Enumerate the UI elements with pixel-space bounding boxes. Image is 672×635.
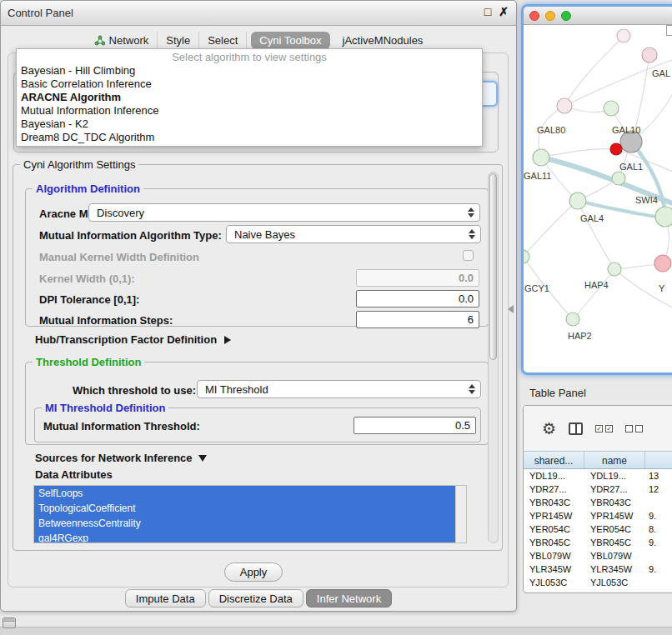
zoom-traffic-light[interactable] <box>561 11 571 21</box>
triangle-down-icon <box>198 455 207 462</box>
minimized-window-titlebar <box>3 618 15 622</box>
columns-icon[interactable] <box>569 422 583 435</box>
table-row[interactable]: YJL053C YJL053C <box>524 576 672 589</box>
network-node-gcy1[interactable] <box>524 250 529 263</box>
mi-type-select[interactable]: Naive Bayes <box>226 225 481 243</box>
table-row[interactable]: YBR045C YBR045C 9. <box>524 536 672 549</box>
cell-value: 9. <box>645 509 672 522</box>
select-all-columns-icon[interactable]: ✓ ✓ <box>595 425 613 432</box>
algorithm-dropdown-popup: Select algorithm to view settings Bayesi… <box>16 48 483 147</box>
attribute-item-selfloops[interactable]: SelfLoops <box>34 486 455 501</box>
network-node-hap2[interactable] <box>566 312 579 326</box>
cell-name: YBR043C <box>584 496 645 509</box>
attribute-item-topologicalcoefficient[interactable]: TopologicalCoefficient <box>34 501 455 516</box>
network-window-titlebar[interactable] <box>524 7 672 25</box>
birdseye-corner-box[interactable] <box>666 25 672 36</box>
attribute-item-gal4rgexp[interactable]: gal4RGexp <box>34 531 455 543</box>
table-row[interactable]: YPR145W YPR145W 9. <box>524 509 672 522</box>
tab-label-network: Network <box>109 34 149 47</box>
unselect-all-columns-icon[interactable] <box>625 425 643 432</box>
cell-shared-name: YDL19... <box>524 469 584 482</box>
tab-infer-network[interactable]: Infer Network <box>306 589 392 608</box>
node-label-gal-partial: GAL <box>652 68 670 78</box>
attribute-item-betweennesscentrality[interactable]: BetweennessCentrality <box>34 516 455 531</box>
dropdown-item-bayesian-k2[interactable]: Bayesian - K2 <box>17 118 482 131</box>
splitter-collapse-icon[interactable] <box>508 305 514 313</box>
network-node-hap4[interactable] <box>608 262 621 276</box>
mi-steps-field[interactable]: 6 <box>356 311 479 328</box>
cell-shared-name: YPR145W <box>524 509 584 522</box>
dropdown-item-aracne[interactable]: ARACNE Algorithm <box>17 91 482 104</box>
chevron-updown-icon <box>469 384 475 394</box>
cyni-mode-tabs: Impute Data Discretize Data Infer Networ… <box>1 589 516 608</box>
minimized-window-icon[interactable] <box>3 618 16 628</box>
attribute-list-scrollbar[interactable] <box>455 486 466 542</box>
close-window-icon[interactable]: ✗ <box>499 5 509 18</box>
network-node-swi4[interactable] <box>655 207 672 227</box>
cell-name: YPR145W <box>584 509 645 522</box>
mi-threshold-label: Mutual Information Threshold: <box>43 420 200 432</box>
table-row[interactable]: YDL19... YDL19... 13 <box>524 469 672 482</box>
tab-jactivemnodules[interactable]: jActiveMNodules <box>334 32 432 49</box>
tab-style[interactable]: Style <box>158 32 199 49</box>
cell-name: YBR045C <box>584 536 645 549</box>
control-panel-titlebar[interactable]: Control Panel □ ✗ <box>1 1 516 26</box>
which-threshold-select[interactable]: MI Threshold <box>197 380 481 398</box>
column-header-shared-name[interactable]: shared... <box>524 452 584 468</box>
table-row[interactable]: YBL079W YBL079W <box>524 549 672 562</box>
network-node-gal11[interactable] <box>533 149 549 166</box>
gear-icon[interactable]: ⚙ <box>542 421 556 437</box>
table-row[interactable]: YBR043C YBR043C <box>524 496 672 509</box>
dropdown-prompt[interactable]: Select algorithm to view settings <box>17 51 482 64</box>
dropdown-item-dream8[interactable]: Dream8 DC_TDC Algorithm <box>17 131 482 144</box>
tab-cyni-toolbox[interactable]: Cyni Toolbox <box>251 32 329 49</box>
minimize-traffic-light[interactable] <box>545 11 555 21</box>
column-header-name[interactable]: name <box>584 452 645 468</box>
network-node-red[interactable] <box>610 143 622 155</box>
cell-name: YLR345W <box>584 562 645 576</box>
cyni-algorithm-settings-group: Cyni Algorithm Settings Algorithm Defini… <box>13 164 503 551</box>
manual-kernel-checkbox[interactable] <box>463 250 474 261</box>
settings-scrollbar[interactable] <box>488 172 499 543</box>
network-node-pink[interactable] <box>654 255 671 272</box>
network-view-window: GAL80 GAL10 GAL11 GAL1 SWI4 GAL4 GCY1 HA… <box>521 4 672 375</box>
tab-select[interactable]: Select <box>199 32 247 49</box>
cell-shared-name: YBR043C <box>524 496 584 509</box>
dropdown-item-mutual-information[interactable]: Mutual Information Inference <box>17 104 482 118</box>
table-panel-title: Table Panel <box>529 387 586 399</box>
table-row[interactable]: YER054C YER054C 8. <box>524 522 672 536</box>
kernel-width-label: Kernel Width (0,1): <box>39 272 135 285</box>
tab-network[interactable]: Network <box>86 32 158 49</box>
settings-scrollbar-thumb[interactable] <box>489 173 497 360</box>
table-panel-toolbar: ⚙ ✓ ✓ <box>524 406 672 451</box>
column-header-partial[interactable] <box>645 452 672 468</box>
tab-impute-data[interactable]: Impute Data <box>125 589 206 608</box>
tab-label-jactivemnodules: jActiveMNodules <box>343 34 424 47</box>
dropdown-item-bayesian-hill-climbing[interactable]: Bayesian - Hill Climbing <box>17 64 482 78</box>
close-traffic-light[interactable] <box>529 11 539 21</box>
aracne-mode-select[interactable]: Discovery <box>88 203 480 222</box>
dropdown-item-basic-correlation[interactable]: Basic Correlation Inference <box>17 78 482 91</box>
network-node-gal4[interactable] <box>569 192 586 209</box>
node-label-hap2: HAP2 <box>568 331 592 341</box>
network-node-gal1[interactable] <box>612 172 625 185</box>
kernel-width-field[interactable]: 0.0 <box>356 269 479 287</box>
network-node-gal80[interactable] <box>557 98 572 113</box>
network-canvas[interactable]: GAL80 GAL10 GAL11 GAL1 SWI4 GAL4 GCY1 HA… <box>524 25 672 372</box>
tab-discretize-data[interactable]: Discretize Data <box>208 589 303 608</box>
network-node[interactable] <box>642 48 657 62</box>
sources-section-toggle[interactable]: Sources for Network Inference <box>35 452 207 464</box>
table-row[interactable]: YDR27... YDR27... 12 <box>524 482 672 496</box>
network-node-gal10[interactable] <box>604 101 619 116</box>
data-attributes-label: Data Attributes <box>35 468 113 481</box>
node-label-gcy1: GCY1 <box>524 283 549 293</box>
network-node[interactable] <box>617 29 630 42</box>
table-panel-window: ⚙ ✓ ✓ shared... name YDL19... YDL19... 1… <box>523 405 672 593</box>
float-window-icon[interactable]: □ <box>484 5 491 18</box>
network-tab-icon <box>94 35 105 46</box>
apply-button[interactable]: Apply <box>224 562 283 582</box>
hub-section-toggle[interactable]: Hub/Transcription Factor Definition <box>35 333 231 346</box>
mi-threshold-field[interactable]: 0.5 <box>354 417 476 434</box>
table-row[interactable]: YLR345W YLR345W 9. <box>524 562 672 576</box>
dpi-tolerance-field[interactable]: 0.0 <box>356 290 479 308</box>
